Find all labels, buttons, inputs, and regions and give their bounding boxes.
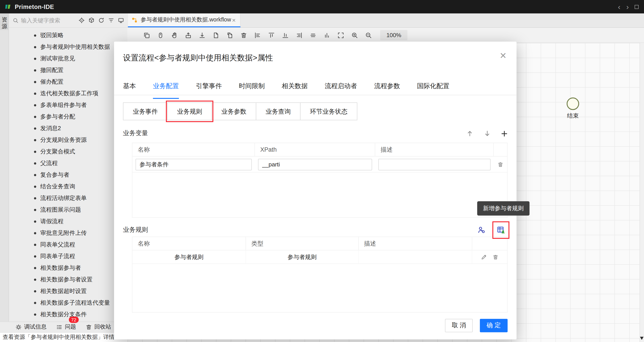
tree-item[interactable]: 复合参与者	[9, 169, 128, 181]
ok-button[interactable]: 确 定	[480, 319, 508, 332]
add-participant-rule-icon[interactable]	[495, 224, 507, 236]
tree-item[interactable]: 相关数据超时设置	[9, 286, 128, 297]
tree-item[interactable]: 驳回策略	[9, 30, 128, 41]
tab-business-config[interactable]: 业务配置	[153, 82, 179, 95]
delete-variable-icon[interactable]	[494, 161, 507, 168]
end-node[interactable]	[566, 98, 579, 110]
subtab-business-params[interactable]: 业务参数	[212, 102, 256, 120]
tree-item-label: 结合业务查询	[40, 182, 75, 190]
tree-item[interactable]: 撤回配置	[9, 64, 128, 76]
tree-item-label: 迭代相关数据多工作项	[40, 90, 98, 98]
tree-item[interactable]: 参与者规则中使用相关数据	[9, 41, 128, 53]
fit-screen-icon[interactable]	[336, 30, 346, 40]
search-input[interactable]	[21, 17, 74, 24]
editor-tab-active[interactable]: 参与者规则中使用相关数据.workflowx ×	[128, 14, 241, 27]
rules-table: 名称 类型 描述 参与者规则 参与者规则	[132, 237, 508, 313]
zoom-level-select[interactable]: 100%	[380, 30, 407, 40]
move-down-icon[interactable]	[484, 130, 491, 137]
align-top-icon[interactable]	[267, 30, 276, 40]
duplicate-icon[interactable]	[142, 30, 152, 40]
bullet-icon	[34, 186, 36, 188]
bullet-icon	[34, 69, 36, 71]
zoom-out-icon[interactable]	[364, 30, 373, 40]
nav-forward-icon[interactable]: ›	[626, 3, 629, 10]
tree-item[interactable]: 分支聚合模式	[9, 146, 128, 158]
delete-icon[interactable]	[239, 30, 249, 40]
bullet-icon	[34, 104, 36, 106]
tree-item[interactable]: 相关数据多子流程迭代变量	[9, 297, 128, 309]
tree-item[interactable]: 同表单子流程	[9, 250, 128, 262]
tree-item[interactable]: 父流程	[9, 158, 128, 169]
tree-item[interactable]: 分支规则业务资源	[9, 134, 128, 146]
tab-engine-events[interactable]: 引擎事件	[196, 82, 222, 95]
titlebar-controls: ‹ ›	[618, 0, 639, 14]
zoom-in-icon[interactable]	[350, 30, 360, 40]
hand-icon[interactable]	[170, 30, 180, 40]
tree-item[interactable]: 审批意见附件上传	[9, 227, 128, 239]
tab-i18n-config[interactable]: 国际化配置	[417, 82, 450, 95]
rules-table-row[interactable]: 参与者规则 参与者规则	[132, 250, 507, 264]
file-icon[interactable]	[211, 30, 221, 40]
move-up-icon[interactable]	[466, 130, 474, 137]
tree-item[interactable]: 催办配置	[9, 76, 128, 88]
tree-item[interactable]: 流程图展示问题	[9, 204, 128, 216]
locate-icon[interactable]	[78, 16, 86, 24]
canvas-scrollbar[interactable]	[640, 43, 644, 342]
refresh-icon[interactable]	[97, 16, 106, 24]
tree-item[interactable]: 同表单父流程	[9, 239, 128, 250]
copy-file-icon[interactable]	[225, 30, 235, 40]
dialog-close-icon[interactable]: ✕	[500, 52, 507, 60]
tab-close-icon[interactable]: ×	[231, 17, 236, 23]
variables-table-row	[132, 156, 507, 173]
tab-process-starter[interactable]: 流程启动者	[324, 82, 357, 95]
edit-rule-icon[interactable]	[481, 254, 487, 260]
pointer-mouse-icon[interactable]	[156, 30, 166, 40]
tree-item[interactable]: 多表单组件参与者	[9, 99, 128, 111]
dialog-subtabs: 业务事件 业务规则 业务参数 业务查询 环节业务状态	[123, 102, 358, 120]
tree-item[interactable]: 相关数据分支条件	[9, 309, 128, 320]
add-variable-icon[interactable]: +	[501, 129, 508, 138]
problems-button[interactable]: 问题	[56, 323, 76, 331]
align-right-icon[interactable]	[294, 30, 304, 40]
align-center-icon[interactable]	[308, 30, 318, 40]
delete-rule-icon[interactable]	[492, 254, 498, 260]
tree-item[interactable]: 迭代相关数据多工作项	[9, 88, 128, 99]
tree-item[interactable]: 流程活动绑定表单	[9, 192, 128, 204]
tree-item[interactable]: 测试审批意见	[9, 53, 128, 64]
add-business-rule-icon[interactable]	[475, 224, 487, 236]
tab-related-data[interactable]: 相关数据	[282, 82, 308, 95]
editor-tabbar: 参与者规则中使用相关数据.workflowx ×	[128, 14, 644, 28]
tree-item[interactable]: 相关数据参与者设置	[9, 274, 128, 286]
cancel-button[interactable]: 取 消	[445, 319, 473, 332]
tree-item[interactable]: 结合业务查询	[9, 181, 128, 192]
tab-basic[interactable]: 基本	[123, 82, 136, 95]
nav-back-icon[interactable]: ‹	[618, 3, 620, 10]
align-left-icon[interactable]	[253, 30, 262, 40]
variable-desc-input[interactable]	[378, 158, 490, 170]
tree-item[interactable]: 发消息2	[9, 122, 128, 134]
tree-item[interactable]: 多参与者分配	[9, 111, 128, 122]
tree-item[interactable]: 相关数据参与者	[9, 262, 128, 274]
align-bottom-icon[interactable]	[280, 30, 290, 40]
subtab-business-rules[interactable]: 业务规则	[167, 102, 212, 120]
cube-icon[interactable]	[87, 16, 96, 24]
tab-process-params[interactable]: 流程参数	[374, 82, 400, 95]
variable-name-input[interactable]	[136, 158, 252, 170]
resources-vertical-tab[interactable]: 资源	[0, 14, 9, 30]
debug-info-button[interactable]: 调试信息	[15, 323, 46, 331]
monitor-icon[interactable]	[117, 16, 125, 24]
filter-icon[interactable]	[107, 16, 116, 24]
subtab-business-query[interactable]: 业务查询	[256, 102, 301, 120]
tab-time-limit[interactable]: 时间限制	[239, 82, 265, 95]
recycle-bin-button[interactable]: 回收站	[86, 323, 111, 331]
download-icon[interactable]	[197, 30, 207, 40]
bar-chart-icon[interactable]	[322, 30, 332, 40]
tree-item[interactable]: 请假流程	[9, 216, 128, 227]
bullet-icon	[34, 255, 36, 258]
variable-xpath-input[interactable]	[258, 158, 372, 170]
restore-window-icon[interactable]	[634, 5, 639, 9]
subtab-business-events[interactable]: 业务事件	[123, 102, 168, 120]
export-icon[interactable]	[184, 30, 193, 40]
subtab-node-business-status[interactable]: 环节业务状态	[300, 102, 358, 120]
scroll-down-icon[interactable]	[640, 337, 644, 340]
